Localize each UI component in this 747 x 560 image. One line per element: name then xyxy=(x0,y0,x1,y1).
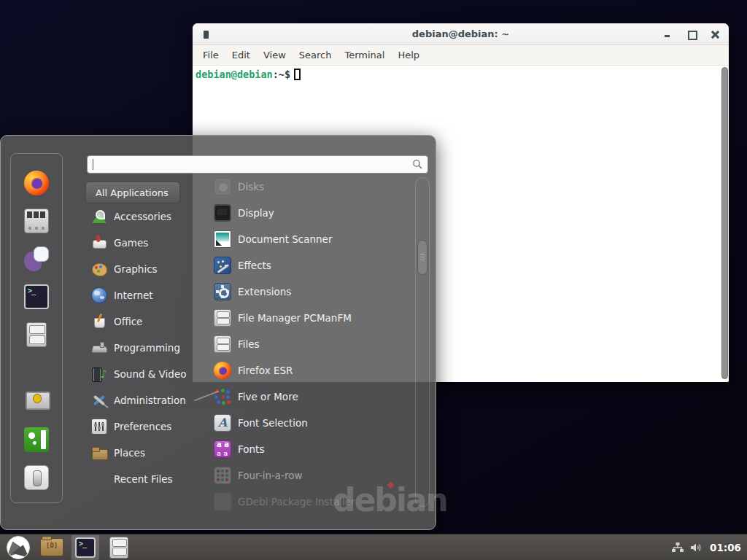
category-recent-files[interactable]: Recent Files xyxy=(85,466,212,492)
file-manager-launcher[interactable] xyxy=(38,535,66,560)
document-scanner-icon xyxy=(214,230,231,248)
administration-icon xyxy=(91,392,107,408)
category-programming[interactable]: Programming xyxy=(85,335,212,361)
category-accessories[interactable]: Accessories xyxy=(85,203,212,230)
four-in-a-row-icon xyxy=(214,467,231,484)
category-places[interactable]: Places xyxy=(85,440,212,466)
display-icon xyxy=(214,204,231,222)
extensions-icon xyxy=(214,283,231,300)
favorite-file-cabinet[interactable] xyxy=(22,320,51,349)
search-icon xyxy=(412,159,423,170)
firefox-icon xyxy=(214,362,231,379)
office-icon xyxy=(91,314,107,330)
menu-search[interactable]: Search xyxy=(293,45,338,66)
logout-icon xyxy=(24,427,49,452)
app-display[interactable]: Display xyxy=(205,200,418,226)
terminal-scrollbar[interactable] xyxy=(721,67,728,379)
terminal-cursor xyxy=(294,69,301,80)
file-cabinet-icon xyxy=(214,309,231,327)
app-five-or-more[interactable]: Five or More xyxy=(205,384,418,410)
menu-edit[interactable]: Edit xyxy=(225,45,257,66)
application-menu-panel: All Applications Accessories Games Graph… xyxy=(0,135,436,530)
app-document-scanner[interactable]: Document Scanner xyxy=(205,226,418,252)
font-selection-icon xyxy=(214,414,231,432)
pidgin-icon xyxy=(24,246,49,271)
app-files[interactable]: Files xyxy=(205,331,418,357)
category-games[interactable]: Games xyxy=(85,230,212,256)
app-firefox-esr[interactable]: Firefox ESR xyxy=(205,357,418,384)
menu-scrollbar-handle[interactable] xyxy=(417,240,427,275)
preferences-icon xyxy=(91,419,107,435)
firefox-icon xyxy=(24,171,49,195)
app-effects[interactable]: Effects xyxy=(205,252,418,279)
favorite-firefox[interactable] xyxy=(22,168,51,198)
gdebi-icon xyxy=(214,493,231,510)
accessories-icon xyxy=(91,209,107,225)
search-field-wrap xyxy=(87,155,428,174)
control-mixer-icon xyxy=(24,209,49,233)
app-disks[interactable]: Disks xyxy=(205,174,418,200)
graphics-icon xyxy=(91,261,107,277)
shell-prompt: debian@debian:~$ xyxy=(196,69,301,80)
favorite-pidgin[interactable] xyxy=(22,244,51,273)
fonts-icon xyxy=(214,440,231,458)
category-office[interactable]: Office xyxy=(85,308,212,335)
internet-icon xyxy=(91,287,107,303)
app-font-selection[interactable]: Font Selection xyxy=(205,410,418,436)
file-cabinet-launcher[interactable] xyxy=(105,535,133,560)
terminal-window-title: debian@debian: ~ xyxy=(193,28,729,39)
volume-icon[interactable] xyxy=(690,542,704,553)
category-preferences[interactable]: Preferences xyxy=(85,413,212,440)
file-cabinet-icon xyxy=(26,322,47,347)
menu-terminal[interactable]: Terminal xyxy=(338,45,391,66)
network-icon[interactable] xyxy=(671,542,684,553)
category-internet[interactable]: Internet xyxy=(85,282,212,308)
file-cabinet-icon xyxy=(214,335,231,353)
favorite-shutdown[interactable] xyxy=(22,463,51,492)
effects-icon xyxy=(214,257,231,274)
file-cabinet-icon xyxy=(109,537,128,559)
category-administration[interactable]: Administration xyxy=(85,387,212,413)
programming-icon xyxy=(91,340,107,356)
terminal-menubar: File Edit View Search Terminal Help xyxy=(193,45,729,66)
menu-help[interactable]: Help xyxy=(391,45,426,66)
favorite-logout[interactable] xyxy=(22,425,51,454)
menu-scrollbar-track[interactable] xyxy=(415,177,430,507)
lock-screen-icon xyxy=(24,389,49,414)
category-list: Accessories Games Graphics Internet Offi… xyxy=(85,203,212,492)
terminal-titlebar[interactable]: debian@debian: ~ xyxy=(193,23,729,45)
app-search-input[interactable] xyxy=(87,155,428,174)
menu-launcher-button[interactable] xyxy=(4,535,32,560)
app-file-manager-pcmanfm[interactable]: File Manager PCManFM xyxy=(205,305,418,331)
close-icon[interactable] xyxy=(711,30,720,39)
app-fonts[interactable]: Fonts xyxy=(205,436,418,462)
taskbar-terminal-window-button[interactable] xyxy=(71,535,99,560)
terminal-icon xyxy=(75,537,96,558)
disks-icon xyxy=(214,178,231,195)
sound-video-icon xyxy=(91,366,107,382)
scrollbar-grip xyxy=(420,254,425,254)
minimize-icon[interactable] xyxy=(663,30,672,39)
maximize-icon[interactable] xyxy=(687,30,696,39)
folder-icon xyxy=(40,538,63,556)
category-sound-video[interactable]: Sound & Video xyxy=(85,361,212,387)
terminal-window-icon xyxy=(204,31,209,39)
prompt-user-host: debian@debian xyxy=(196,69,273,80)
taskbar-clock[interactable]: 01:06 xyxy=(710,542,741,553)
app-extensions[interactable]: Extensions xyxy=(205,279,418,305)
places-icon xyxy=(91,445,107,461)
shutdown-icon xyxy=(24,465,49,490)
terminal-icon xyxy=(24,284,49,309)
favorite-terminal[interactable] xyxy=(22,282,51,311)
all-applications-button[interactable]: All Applications xyxy=(85,182,180,203)
text-caret xyxy=(93,159,93,170)
debian-watermark: debian xyxy=(333,481,447,518)
menu-file[interactable]: File xyxy=(196,45,225,66)
application-list: Disks Display Document Scanner Effects E… xyxy=(205,174,418,515)
favorite-control-mixer[interactable] xyxy=(22,206,51,236)
menu-view[interactable]: View xyxy=(257,45,293,66)
menu-launcher-icon xyxy=(7,536,30,559)
favorites-column xyxy=(10,153,63,503)
favorite-lock-screen[interactable] xyxy=(22,387,51,416)
category-graphics[interactable]: Graphics xyxy=(85,256,212,282)
